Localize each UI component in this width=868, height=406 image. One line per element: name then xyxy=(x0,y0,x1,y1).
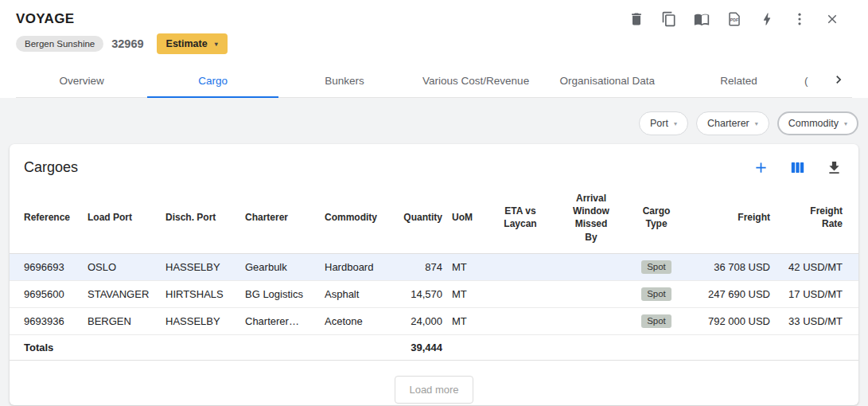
cell-eta-vs-laycan xyxy=(488,253,552,280)
voyage-number: 32969 xyxy=(111,37,143,50)
plus-icon xyxy=(753,159,769,176)
cell-arrival-window xyxy=(552,253,630,280)
cell-reference[interactable]: 9693936 xyxy=(10,307,83,334)
cell-quantity: 874 xyxy=(395,253,447,280)
cell-uom: MT xyxy=(447,307,488,334)
pdf-export-button[interactable]: PDF xyxy=(726,10,743,28)
delete-button[interactable] xyxy=(628,10,645,28)
cell-freight: 792 000 USD xyxy=(683,307,775,334)
page-title: VOYAGE xyxy=(16,11,75,27)
col-header-arrival-window-label: Arrival Window Missed By xyxy=(568,192,614,244)
cell-eta-vs-laycan xyxy=(488,280,552,307)
cargo-type-badge: Spot xyxy=(641,314,671,328)
cell-load-port: BERGEN xyxy=(83,307,161,334)
tab-partial[interactable]: ( xyxy=(804,64,825,97)
filter-commodity-label: Commodity xyxy=(788,118,839,129)
cell-disch-port: HIRTSHALS xyxy=(161,280,240,307)
totals-row: Totals 39,444 xyxy=(10,334,858,360)
col-header-cargo-type[interactable]: Cargo Type xyxy=(630,181,683,253)
col-header-reference[interactable]: Reference xyxy=(10,181,83,253)
table-row[interactable]: 9695600 STAVANGER HIRTSHALS BG Logistics… xyxy=(10,280,858,307)
estimate-button-label: Estimate xyxy=(166,38,208,49)
cell-arrival-window xyxy=(552,307,630,334)
col-header-arrival-window[interactable]: Arrival Window Missed By xyxy=(552,181,630,253)
cell-load-port: OSLO xyxy=(83,253,161,280)
tab-cargo[interactable]: Cargo xyxy=(147,64,278,97)
filter-port-label: Port xyxy=(650,118,668,129)
tab-organisational-data[interactable]: Organisational Data xyxy=(542,64,673,97)
col-header-quantity[interactable]: Quantity xyxy=(395,181,447,253)
col-header-disch-port[interactable]: Disch. Port xyxy=(161,181,240,253)
filter-port[interactable]: Port ▾ xyxy=(639,111,688,135)
tab-various-cost-revenue[interactable]: Various Cost/Revenue xyxy=(411,64,542,97)
cell-disch-port: HASSELBY xyxy=(161,307,240,334)
col-header-eta-vs-laycan[interactable]: ETA vs Laycan xyxy=(488,181,552,253)
col-header-load-port[interactable]: Load Port xyxy=(83,181,161,253)
cell-freight-rate: 33 USD/MT xyxy=(775,307,858,334)
card-title: Cargoes xyxy=(24,159,78,176)
download-button[interactable] xyxy=(825,158,843,176)
filter-row: Port ▾ Charterer ▾ Commodity ▾ xyxy=(10,111,858,135)
cargo-type-badge: Spot xyxy=(641,260,671,274)
cell-charterer: Charterer… xyxy=(240,307,320,334)
filter-charterer-label: Charterer xyxy=(707,118,749,129)
col-header-freight[interactable]: Freight xyxy=(683,181,775,253)
vessel-chip[interactable]: Bergen Sunshine xyxy=(16,36,103,52)
col-header-cargo-type-label: Cargo Type xyxy=(640,205,672,230)
cell-cargo-type: Spot xyxy=(630,253,683,280)
col-header-eta-vs-laycan-label: ETA vs Laycan xyxy=(501,205,539,230)
tab-bar: Overview Cargo Bunkers Various Cost/Reve… xyxy=(16,64,852,98)
col-header-charterer[interactable]: Charterer xyxy=(240,181,320,253)
cargo-type-badge: Spot xyxy=(641,287,671,301)
cell-reference[interactable]: 9695600 xyxy=(10,280,83,307)
cell-disch-port: HASSELBY xyxy=(161,253,240,280)
quick-actions-button[interactable] xyxy=(758,10,776,28)
lightning-icon xyxy=(759,11,775,27)
col-header-freight-rate[interactable]: Freight Rate xyxy=(775,181,858,253)
close-button[interactable] xyxy=(823,10,841,28)
col-header-freight-rate-label: Freight Rate xyxy=(806,205,843,230)
tab-overview[interactable]: Overview xyxy=(16,64,147,97)
cell-uom: MT xyxy=(447,280,488,307)
close-icon xyxy=(825,12,839,26)
tab-bunkers[interactable]: Bunkers xyxy=(278,64,410,97)
journal-button[interactable] xyxy=(693,10,710,28)
cell-freight-rate: 17 USD/MT xyxy=(775,280,858,307)
more-options-button[interactable] xyxy=(791,10,808,28)
voyage-toolbar: PDF xyxy=(628,10,852,28)
cargoes-card: Cargoes Reference xyxy=(10,144,858,405)
cell-uom: MT xyxy=(447,253,488,280)
card-actions xyxy=(752,158,843,176)
columns-icon xyxy=(789,159,806,176)
filter-commodity[interactable]: Commodity ▾ xyxy=(777,111,858,135)
table-row[interactable]: 9696693 OSLO HASSELBY Gearbulk Hardboard… xyxy=(10,253,858,280)
copy-button[interactable] xyxy=(660,10,678,28)
totals-label: Totals xyxy=(10,334,83,360)
cell-commodity: Hardboard xyxy=(320,253,395,280)
tabs-scroll-right-button[interactable] xyxy=(825,64,852,97)
download-icon xyxy=(826,159,843,176)
cargoes-table: Reference Load Port Disch. Port Chartere… xyxy=(10,181,858,361)
delete-icon xyxy=(629,11,644,27)
table-row[interactable]: 9693936 BERGEN HASSELBY Charterer… Aceto… xyxy=(10,307,858,334)
cell-reference[interactable]: 9696693 xyxy=(10,253,83,280)
load-more-button[interactable]: Load more xyxy=(395,376,473,404)
totals-quantity: 39,444 xyxy=(395,334,447,360)
chevron-down-icon: ▾ xyxy=(844,120,847,127)
cell-arrival-window xyxy=(552,280,630,307)
copy-icon xyxy=(661,11,677,27)
chevron-down-icon: ▾ xyxy=(215,41,218,48)
col-header-uom[interactable]: UoM xyxy=(447,181,488,253)
tab-related[interactable]: Related xyxy=(673,64,804,97)
col-header-commodity[interactable]: Commodity xyxy=(320,181,395,253)
columns-button[interactable] xyxy=(788,158,806,176)
chevron-down-icon: ▾ xyxy=(674,120,677,127)
more-vert-icon xyxy=(792,11,808,27)
filter-charterer[interactable]: Charterer ▾ xyxy=(696,111,769,135)
cell-freight-rate: 42 USD/MT xyxy=(775,253,858,280)
svg-text:PDF: PDF xyxy=(730,18,738,22)
estimate-button[interactable]: Estimate ▾ xyxy=(157,33,228,54)
cell-charterer: Gearbulk xyxy=(240,253,320,280)
chevron-down-icon: ▾ xyxy=(755,120,758,127)
add-cargo-button[interactable] xyxy=(752,158,769,176)
